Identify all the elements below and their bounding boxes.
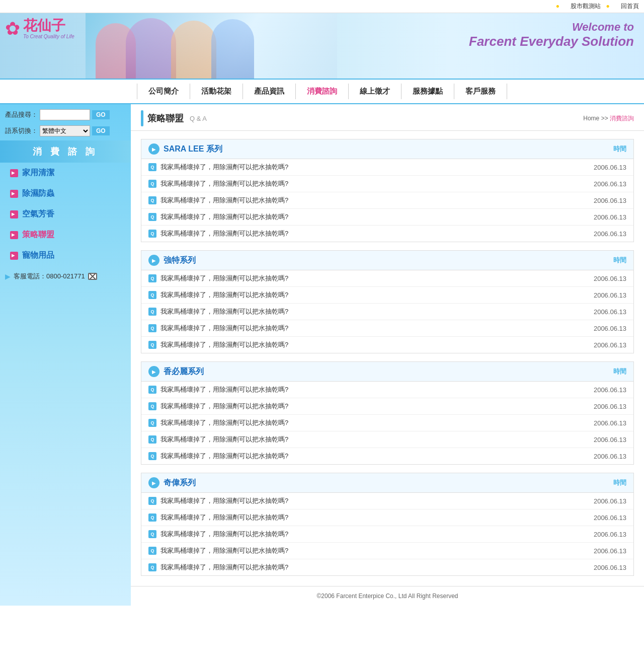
qa-row[interactable]: Q 我家馬桶壞掉了，用除濕劑可以把水抽乾嗎? 2006.06.13: [141, 559, 633, 575]
qa-icon: Q: [148, 341, 156, 349]
search-go-button[interactable]: GO: [92, 110, 110, 119]
section-title-sara: SARA LEE 系列: [164, 144, 222, 155]
section-arrow-fragrant: ▶: [148, 366, 159, 377]
qa-sections: ▶ SARA LEE 系列 時間 Q 我家馬桶壞掉了，用除濕劑可以把水抽乾嗎? …: [131, 139, 644, 576]
qa-date: 2006.06.13: [594, 341, 626, 349]
content-header: 策略聯盟 Q & A Home >> 消費諮詢: [131, 104, 644, 131]
section-arrow-qiwei: ▶: [148, 477, 159, 488]
qa-row[interactable]: Q 我家馬桶壞掉了，用除濕劑可以把水抽乾嗎? 2006.06.13: [141, 304, 633, 320]
qa-text: 我家馬桶壞掉了，用除濕劑可以把水抽乾嗎?: [160, 435, 288, 444]
section-arrow-strong: ▶: [148, 255, 159, 266]
search-input[interactable]: [40, 109, 90, 120]
qa-date: 2006.06.13: [594, 403, 626, 410]
nav-item-about[interactable]: 公司簡介: [137, 84, 190, 99]
nav-item-consumer[interactable]: 消費諮詢: [296, 84, 349, 99]
sidebar-item-alliance[interactable]: 策略聯盟: [0, 225, 131, 245]
qa-section-fragrant: ▶ 香必麗系列 時間 Q 我家馬桶壞掉了，用除濕劑可以把水抽乾嗎? 2006.0…: [141, 361, 634, 465]
lang-go-button[interactable]: GO: [92, 126, 110, 135]
welcome-line2: Farcent Everyday Solution: [469, 34, 634, 49]
navbar: 公司簡介活動花架產品資訊消費諮詢線上徵才服務據點客戶服務: [0, 79, 644, 104]
search-area: 產品搜尋： GO: [0, 104, 131, 123]
qa-row[interactable]: Q 我家馬桶壞掉了，用除濕劑可以把水抽乾嗎? 2006.06.13: [141, 209, 633, 226]
qa-row[interactable]: Q 我家馬桶壞掉了，用除濕劑可以把水抽乾嗎? 2006.06.13: [141, 415, 633, 431]
qa-date: 2006.06.13: [594, 325, 626, 332]
sidebar-label-pet: 寵物用品: [22, 250, 54, 261]
section-time-qiwei: 時間: [613, 478, 626, 487]
qa-row[interactable]: Q 我家馬桶壞掉了，用除濕劑可以把水抽乾嗎? 2006.06.13: [141, 382, 633, 398]
qa-icon: Q: [148, 530, 156, 538]
qa-date: 2006.06.13: [594, 514, 626, 522]
section-time-strong: 時間: [613, 256, 626, 265]
sidebar-label-dehumid: 除濕防蟲: [22, 188, 54, 199]
qa-icon: Q: [148, 563, 156, 571]
stock-link[interactable]: 股市觀測站: [571, 3, 601, 10]
sidebar-item-cleaning[interactable]: 家用清潔: [0, 163, 131, 183]
qa-text: 我家馬桶壞掉了，用除濕劑可以把水抽乾嗎?: [160, 513, 288, 522]
qa-row[interactable]: Q 我家馬桶壞掉了，用除濕劑可以把水抽乾嗎? 2006.06.13: [141, 337, 633, 353]
sidebar-item-aroma[interactable]: 空氣芳香: [0, 204, 131, 225]
qa-row[interactable]: Q 我家馬桶壞掉了，用除濕劑可以把水抽乾嗎? 2006.06.13: [141, 526, 633, 543]
qa-row[interactable]: Q 我家馬桶壞掉了，用除濕劑可以把水抽乾嗎? 2006.06.13: [141, 320, 633, 337]
qa-text: 我家馬桶壞掉了，用除濕劑可以把水抽乾嗎?: [160, 163, 288, 172]
qa-text: 我家馬桶壞掉了，用除濕劑可以把水抽乾嗎?: [160, 496, 288, 505]
qa-text: 我家馬桶壞掉了，用除濕劑可以把水抽乾嗎?: [160, 530, 288, 539]
qa-row[interactable]: Q 我家馬桶壞掉了，用除濕劑可以把水抽乾嗎? 2006.06.13: [141, 448, 633, 464]
nav-item-activity[interactable]: 活動花架: [190, 84, 243, 99]
qa-row[interactable]: Q 我家馬桶壞掉了，用除濕劑可以把水抽乾嗎? 2006.06.13: [141, 226, 633, 242]
qa-icon: Q: [148, 419, 156, 427]
qa-text: 我家馬桶壞掉了，用除濕劑可以把水抽乾嗎?: [160, 229, 288, 238]
section-arrow-sara: ▶: [148, 143, 159, 155]
qa-text: 我家馬桶壞掉了，用除濕劑可以把水抽乾嗎?: [160, 179, 288, 188]
page-title-area: 策略聯盟 Q & A: [141, 110, 207, 126]
qa-row[interactable]: Q 我家馬桶壞掉了，用除濕劑可以把水抽乾嗎? 2006.06.13: [141, 287, 633, 304]
section-header-qiwei: ▶ 奇偉系列 時間: [141, 473, 633, 493]
qa-icon: Q: [148, 196, 156, 204]
qa-row[interactable]: Q 我家馬桶壞掉了，用除濕劑可以把水抽乾嗎? 2006.06.13: [141, 176, 633, 192]
mail-icon[interactable]: [88, 273, 97, 280]
qa-icon: Q: [148, 497, 156, 505]
sidebar-icon-pet: [10, 252, 18, 260]
qa-row[interactable]: Q 我家馬桶壞掉了，用除濕劑可以把水抽乾嗎? 2006.06.13: [141, 398, 633, 415]
qa-date: 2006.06.13: [594, 564, 626, 571]
footer: ©2006 Farcent Enterpice Co., Ltd All Rig…: [131, 586, 644, 606]
sidebar-item-pet[interactable]: 寵物用品: [0, 245, 131, 266]
qa-text: 我家馬桶壞掉了，用除濕劑可以把水抽乾嗎?: [160, 307, 288, 316]
nav-item-recruit[interactable]: 線上徵才: [349, 84, 401, 99]
nav-item-service[interactable]: 服務據點: [401, 84, 454, 99]
qa-row[interactable]: Q 我家馬桶壞掉了，用除濕劑可以把水抽乾嗎? 2006.06.13: [141, 270, 633, 287]
content-area: 策略聯盟 Q & A Home >> 消費諮詢 ▶ SARA LEE 系列 時間…: [131, 104, 644, 606]
qa-icon: Q: [148, 163, 156, 171]
sidebar-item-dehumid[interactable]: 除濕防蟲: [0, 183, 131, 204]
qa-row[interactable]: Q 我家馬桶壞掉了，用除濕劑可以把水抽乾嗎? 2006.06.13: [141, 543, 633, 559]
nav-item-product[interactable]: 產品資訊: [243, 84, 296, 99]
welcome-line1: Welcome to: [469, 21, 634, 34]
qa-icon: Q: [148, 324, 156, 332]
qa-row[interactable]: Q 我家馬桶壞掉了，用除濕劑可以把水抽乾嗎? 2006.06.13: [141, 192, 633, 209]
qa-icon: Q: [148, 386, 156, 394]
breadcrumb-sep: >>: [601, 115, 610, 122]
contact-arrow-icon: ▶: [5, 272, 11, 280]
home-link[interactable]: 回首頁: [621, 3, 639, 10]
qa-text: 我家馬桶壞掉了，用除濕劑可以把水抽乾嗎?: [160, 546, 288, 555]
qa-text: 我家馬桶壞掉了，用除濕劑可以把水抽乾嗎?: [160, 274, 288, 283]
sidebar-label-alliance: 策略聯盟: [22, 230, 54, 240]
topbar: ● 股市觀測站 ● 回首頁: [0, 0, 644, 13]
qa-date: 2006.06.13: [594, 275, 626, 282]
qa-icon: Q: [148, 230, 156, 238]
section-header-fragrant: ▶ 香必麗系列 時間: [141, 362, 633, 382]
main-layout: 產品搜尋： GO 語系切換： 繁體中文 GO 消 費 諮 詢 家用清潔除濕防蟲空…: [0, 104, 644, 606]
qa-row[interactable]: Q 我家馬桶壞掉了，用除濕劑可以把水抽乾嗎? 2006.06.13: [141, 493, 633, 509]
breadcrumb-current[interactable]: 消費諮詢: [610, 115, 634, 122]
section-time-fragrant: 時間: [613, 367, 626, 376]
qa-row[interactable]: Q 我家馬桶壞掉了，用除濕劑可以把水抽乾嗎? 2006.06.13: [141, 509, 633, 526]
qa-row[interactable]: Q 我家馬桶壞掉了，用除濕劑可以把水抽乾嗎? 2006.06.13: [141, 159, 633, 176]
sidebar: 產品搜尋： GO 語系切換： 繁體中文 GO 消 費 諮 詢 家用清潔除濕防蟲空…: [0, 104, 131, 606]
qa-date: 2006.06.13: [594, 197, 626, 204]
lang-select[interactable]: 繁體中文: [40, 125, 90, 136]
qa-date: 2006.06.13: [594, 386, 626, 394]
qa-text: 我家馬桶壞掉了，用除濕劑可以把水抽乾嗎?: [160, 563, 288, 572]
qa-row[interactable]: Q 我家馬桶壞掉了，用除濕劑可以把水抽乾嗎? 2006.06.13: [141, 431, 633, 448]
qa-icon: Q: [148, 308, 156, 316]
qa-date: 2006.06.13: [594, 453, 626, 460]
nav-item-customer[interactable]: 客戶服務: [454, 84, 507, 99]
